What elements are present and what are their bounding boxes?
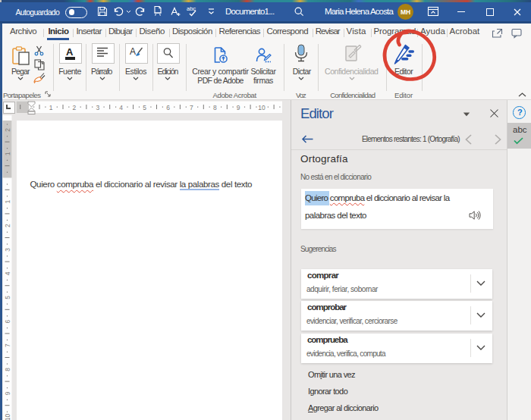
svg-text:2: 2 bbox=[4, 224, 11, 227]
svg-text:1: 1 bbox=[49, 104, 53, 111]
svg-text:1: 1 bbox=[4, 199, 11, 203]
svg-text:8: 8 bbox=[213, 104, 217, 111]
svg-text:4: 4 bbox=[119, 104, 123, 111]
svg-text:9: 9 bbox=[4, 391, 11, 395]
svg-text:6: 6 bbox=[4, 319, 11, 323]
svg-text:2: 2 bbox=[73, 104, 77, 111]
svg-text:5: 5 bbox=[4, 296, 11, 299]
svg-text:8: 8 bbox=[4, 368, 11, 371]
svg-text:7: 7 bbox=[190, 104, 193, 111]
svg-text:1: 1 bbox=[4, 152, 11, 155]
svg-text:2: 2 bbox=[4, 128, 11, 132]
svg-text:7: 7 bbox=[4, 343, 11, 347]
svg-text:abc: abc bbox=[187, 5, 196, 12]
svg-text:10: 10 bbox=[4, 414, 11, 420]
svg-text:10: 10 bbox=[258, 104, 266, 111]
svg-text:5: 5 bbox=[143, 104, 146, 111]
svg-text:9: 9 bbox=[237, 104, 240, 111]
svg-text:4: 4 bbox=[4, 271, 11, 275]
svg-text:6: 6 bbox=[166, 104, 170, 111]
svg-text:3: 3 bbox=[4, 248, 11, 252]
svg-text:3: 3 bbox=[96, 104, 99, 111]
